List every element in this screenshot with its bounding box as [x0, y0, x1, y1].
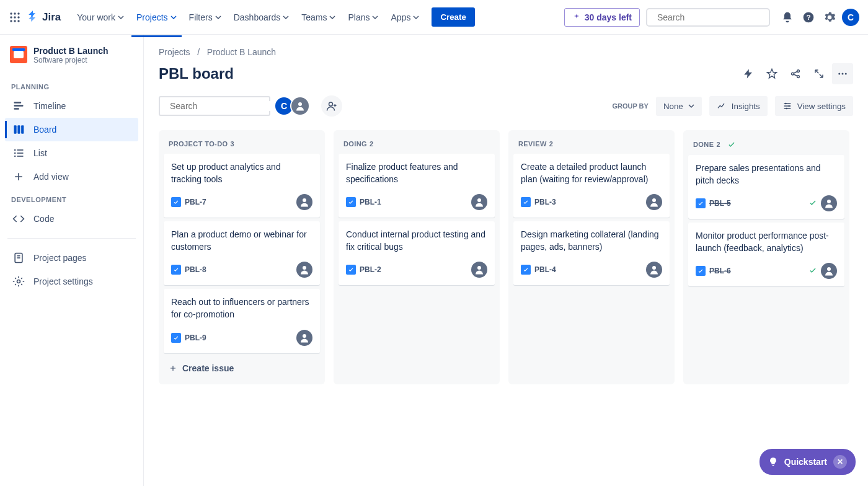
help-icon[interactable]: ? [799, 7, 818, 27]
create-button[interactable]: Create [432, 7, 475, 27]
svg-point-45 [303, 266, 306, 270]
board-column: REVIEW 2 Create a detailed product launc… [508, 130, 675, 384]
assignee-avatar[interactable] [821, 263, 837, 279]
issue-title: Finalize product features and specificat… [346, 161, 487, 185]
gear-icon [12, 275, 25, 288]
plus-icon [169, 364, 177, 373]
assignee-avatar[interactable] [646, 262, 662, 278]
sidebar-item-list[interactable]: List [5, 141, 138, 165]
assignee-avatar[interactable] [296, 330, 312, 346]
settings-icon[interactable] [820, 7, 839, 27]
sidebar-item-board[interactable]: Board [5, 118, 138, 141]
fullscreen-icon[interactable] [808, 63, 830, 84]
issue-card[interactable]: Set up product analytics and tracking to… [164, 154, 320, 218]
issue-title: Prepare sales presentations and pitch de… [696, 162, 837, 187]
nav-filters[interactable]: Filters [184, 7, 226, 27]
assignee-avatar[interactable] [471, 262, 487, 278]
task-type-icon [346, 197, 356, 207]
avatar-unassigned[interactable] [290, 96, 310, 116]
notifications-icon[interactable] [777, 7, 797, 27]
assignee-avatar[interactable] [646, 194, 662, 210]
sidebar: Product B Launch Software project PLANNI… [0, 35, 144, 486]
sidebar-item-code[interactable]: Code [5, 207, 138, 231]
svg-point-5 [17, 16, 19, 18]
svg-rect-20 [17, 149, 24, 151]
board-column: PROJECT TO-DO 3 Set up product analytics… [159, 130, 325, 384]
top-nav: Jira Your work Projects Filters Dashboar… [0, 0, 868, 35]
groupby-button[interactable]: None [656, 97, 702, 116]
share-icon[interactable] [785, 63, 806, 84]
svg-point-52 [827, 267, 831, 271]
column-header[interactable]: PROJECT TO-DO 3 [164, 135, 320, 154]
assignee-avatar[interactable] [296, 262, 312, 278]
nav-plans[interactable]: Plans [343, 7, 383, 27]
svg-point-48 [477, 266, 481, 270]
sidebar-item-project-settings[interactable]: Project settings [5, 270, 138, 293]
assignee-avatar[interactable] [821, 195, 837, 211]
issue-card[interactable]: Design marketing collateral (landing pag… [513, 221, 670, 285]
board-search[interactable] [159, 96, 270, 116]
svg-point-23 [14, 156, 16, 157]
task-type-icon [171, 197, 181, 207]
board-column: DONE 2 Prepare sales presentations and p… [683, 130, 849, 384]
quickstart-button[interactable]: Quickstart ✕ [760, 449, 856, 475]
board-search-input[interactable] [170, 101, 278, 111]
issue-card[interactable]: Plan a product demo or webinar for custo… [164, 221, 320, 285]
list-icon [12, 147, 25, 159]
automation-icon[interactable] [738, 63, 759, 84]
nav-projects[interactable]: Projects [131, 7, 182, 27]
nav-dashboards[interactable]: Dashboards [229, 7, 294, 27]
main-content: Projects / Product B Launch PBL board C [144, 35, 868, 486]
svg-point-3 [10, 16, 12, 18]
sidebar-item-add-view[interactable]: Add view [5, 165, 138, 188]
avatar-stack[interactable]: C [278, 96, 310, 116]
issue-card[interactable]: Prepare sales presentations and pitch de… [688, 155, 844, 219]
breadcrumb-project[interactable]: Product B Launch [207, 47, 276, 57]
issue-key: PBL-6 [709, 267, 731, 275]
days-left-pill[interactable]: 30 days left [564, 8, 640, 27]
issue-card[interactable]: Conduct internal product testing and fix… [339, 221, 495, 285]
sidebar-item-timeline[interactable]: Timeline [5, 94, 138, 118]
issue-key: PBL-7 [185, 198, 206, 206]
project-header[interactable]: Product B Launch Software project [5, 46, 138, 76]
nav-apps[interactable]: Apps [386, 7, 424, 27]
insights-button[interactable]: Insights [709, 96, 768, 116]
column-header[interactable]: DOING 2 [339, 135, 495, 154]
column-header[interactable]: DONE 2 [688, 135, 844, 155]
assignee-avatar[interactable] [471, 194, 487, 210]
done-check-icon [808, 266, 817, 276]
issue-key: PBL-5 [709, 199, 731, 208]
svg-point-1 [14, 12, 16, 14]
task-type-icon [171, 333, 181, 343]
breadcrumb-projects[interactable]: Projects [159, 47, 190, 57]
svg-line-32 [794, 71, 797, 73]
svg-point-40 [329, 102, 333, 106]
svg-rect-22 [17, 152, 24, 154]
create-issue-button[interactable]: Create issue [164, 357, 320, 379]
star-icon[interactable] [761, 63, 782, 84]
svg-point-36 [845, 73, 847, 75]
issue-card[interactable]: Create a detailed product launch plan (w… [513, 154, 670, 218]
issue-card[interactable]: Monitor product performance post-launch … [688, 223, 844, 286]
svg-point-44 [303, 198, 306, 202]
column-header[interactable]: REVIEW 2 [513, 135, 670, 154]
add-people-button[interactable] [321, 95, 342, 117]
svg-point-39 [298, 102, 302, 106]
assignee-avatar[interactable] [296, 194, 312, 210]
nav-teams[interactable]: Teams [296, 7, 340, 27]
app-switcher-icon[interactable] [7, 10, 22, 25]
issue-card[interactable]: Reach out to influencers or partners for… [164, 289, 320, 353]
svg-point-2 [17, 12, 19, 14]
more-icon[interactable] [832, 63, 853, 84]
issue-card[interactable]: Finalize product features and specificat… [339, 154, 495, 218]
nav-your-work[interactable]: Your work [72, 7, 129, 27]
top-search-input[interactable] [657, 12, 766, 22]
sidebar-item-project-pages[interactable]: Project pages [5, 246, 138, 270]
user-avatar[interactable]: C [841, 7, 861, 27]
issue-key: PBL-8 [185, 265, 206, 274]
jira-logo[interactable]: Jira [26, 11, 61, 24]
close-icon[interactable]: ✕ [833, 455, 847, 469]
top-search[interactable] [646, 8, 770, 27]
svg-text:?: ? [806, 13, 810, 21]
view-settings-button[interactable]: View settings [775, 96, 853, 116]
